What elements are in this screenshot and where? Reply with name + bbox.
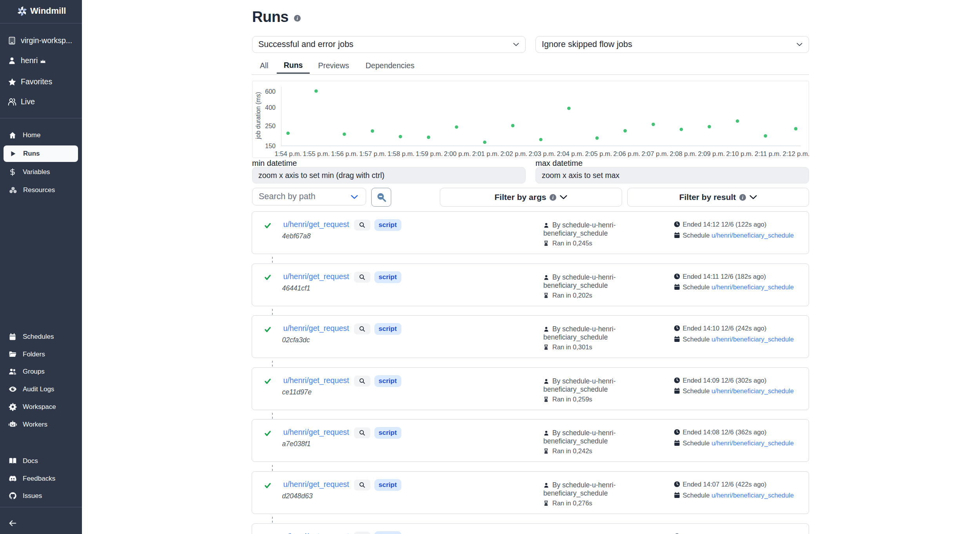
svg-text:1:57 p.m.: 1:57 p.m. bbox=[359, 150, 387, 157]
svg-text:400: 400 bbox=[265, 104, 276, 111]
svg-text:job duration (ms): job duration (ms) bbox=[255, 92, 261, 139]
svg-text:250: 250 bbox=[265, 123, 276, 129]
svg-text:2:06 p.m.: 2:06 p.m. bbox=[613, 150, 641, 157]
svg-text:2:02 p.m.: 2:02 p.m. bbox=[501, 150, 528, 157]
svg-text:2:07 p.m.: 2:07 p.m. bbox=[642, 150, 669, 157]
svg-text:1:55 p.m.: 1:55 p.m. bbox=[303, 150, 330, 157]
svg-text:2:05 p.m.: 2:05 p.m. bbox=[585, 150, 612, 157]
svg-text:1:58 p.m.: 1:58 p.m. bbox=[388, 150, 415, 157]
svg-text:2:04 p.m.: 2:04 p.m. bbox=[557, 150, 584, 157]
svg-text:1:56 p.m.: 1:56 p.m. bbox=[331, 150, 358, 157]
svg-text:2:11 p.m.: 2:11 p.m. bbox=[755, 150, 781, 157]
svg-text:2:12 p.m.: 2:12 p.m. bbox=[783, 150, 809, 157]
svg-text:1:59 p.m.: 1:59 p.m. bbox=[416, 150, 443, 157]
svg-text:2:03 p.m.: 2:03 p.m. bbox=[529, 150, 556, 157]
svg-text:2:09 p.m.: 2:09 p.m. bbox=[698, 150, 725, 157]
svg-text:2:00 p.m.: 2:00 p.m. bbox=[444, 150, 471, 157]
svg-text:150: 150 bbox=[265, 143, 276, 149]
svg-text:2:01 p.m.: 2:01 p.m. bbox=[472, 150, 499, 157]
svg-text:600: 600 bbox=[265, 88, 276, 95]
svg-text:2:08 p.m.: 2:08 p.m. bbox=[670, 150, 697, 157]
svg-text:2:10 p.m.: 2:10 p.m. bbox=[726, 150, 753, 157]
svg-text:1:54 p.m.: 1:54 p.m. bbox=[275, 150, 302, 157]
